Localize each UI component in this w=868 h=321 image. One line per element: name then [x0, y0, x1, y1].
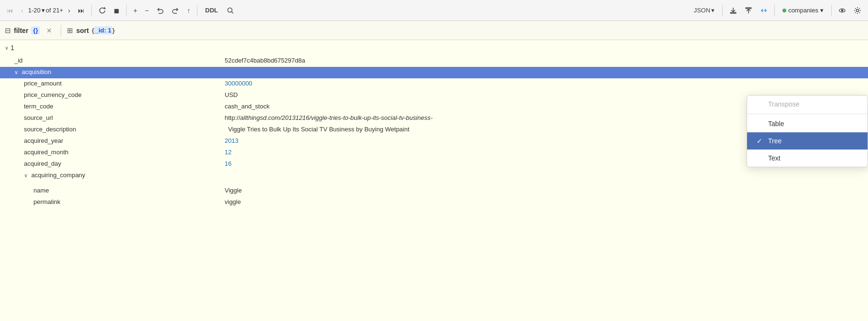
field-row-acquiring-company[interactable]: ∨ acquiring_company — [0, 170, 868, 182]
svg-point-6 — [857, 9, 859, 11]
field-row-source-desc[interactable]: source_description Viggle Tries to Bulk … — [0, 124, 868, 136]
doc-number: 1 — [11, 44, 14, 52]
field-val-acquisition — [220, 71, 868, 74]
field-key-acq-day: acquired_day — [0, 159, 220, 169]
field-val-price-amount: 30000000 — [220, 78, 868, 88]
field-key-currency: price_currency_code — [0, 90, 220, 100]
field-row-currency[interactable]: price_currency_code USD — [0, 90, 868, 101]
nav-next-button[interactable]: › — [65, 5, 73, 16]
field-row-term-code[interactable]: term_code cash_and_stock — [0, 101, 868, 113]
field-val-name: Viggle — [220, 185, 868, 195]
tree-check: ✓ — [757, 137, 764, 145]
filter-section: ⊟ filter {} — [5, 26, 40, 35]
collection-name: companies — [788, 7, 818, 14]
separator-3 — [197, 5, 197, 16]
filter-value[interactable]: {} — [31, 26, 40, 34]
collection-button[interactable]: companies ▾ — [779, 5, 827, 16]
field-key-name: name — [0, 185, 220, 195]
main-area: ∨ 1 _id 52cdef7c4bab8bd675297d8a ∨ acqui… — [0, 40, 868, 321]
tree-content: ∨ 1 _id 52cdef7c4bab8bd675297d8a ∨ acqui… — [0, 40, 868, 321]
sort-brace-close: } — [112, 27, 115, 34]
filter-label: filter — [14, 27, 28, 34]
connect-button[interactable] — [757, 5, 770, 16]
field-val-acquiring-company — [220, 174, 868, 177]
field-row-acq-month[interactable]: acquired_month 12 — [0, 147, 868, 159]
filter-separator — [61, 25, 61, 36]
page-of-label: of 21+ — [46, 7, 64, 14]
json-dropdown-button[interactable]: JSON ▾ — [690, 5, 718, 16]
field-row-acq-day[interactable]: acquired_day 16 — [0, 159, 868, 170]
sort-key-value: _id: 1 — [94, 26, 112, 34]
text-label: Text — [768, 154, 781, 162]
svg-rect-3 — [746, 8, 751, 9]
collection-status-dot — [782, 9, 786, 12]
field-row-price-amount[interactable]: price_amount 30000000 — [0, 78, 868, 90]
field-key-price-amount: price_amount — [0, 78, 220, 88]
page-range: 1-20 ▾ of 21+ — [28, 7, 64, 14]
field-key-term-code: term_code — [0, 101, 220, 111]
field-key-permalink: permalink — [0, 197, 220, 207]
promote-button[interactable]: ↑ — [184, 5, 193, 16]
filter-close-button[interactable]: ✕ — [43, 26, 55, 35]
svg-rect-2 — [730, 12, 736, 13]
page-range-arrow: ▾ — [42, 7, 45, 14]
toolbar: ⏮ ‹ 1-20 ▾ of 21+ › ⏭ ◼ + − ↑ DDL — [0, 0, 868, 21]
tree-label: Tree — [768, 137, 781, 145]
settings-button[interactable] — [851, 5, 864, 16]
search-button[interactable] — [224, 5, 237, 16]
sort-icon: ⊞ — [67, 26, 73, 35]
nav-first-button[interactable]: ⏮ — [4, 5, 16, 16]
acquisition-chevron: ∨ — [14, 69, 18, 75]
field-row-acquisition[interactable]: ∨ acquisition — [0, 67, 868, 78]
field-key-source-desc: source_description — [0, 124, 220, 134]
import-button[interactable] — [742, 5, 755, 16]
filter-funnel-icon: ⊟ — [5, 26, 11, 35]
dropdown-item-transpose[interactable]: Transpose — [747, 96, 868, 113]
remove-button[interactable]: − — [142, 5, 152, 16]
collection-arrow: ▾ — [820, 7, 824, 14]
field-row-acq-year[interactable]: acquired_year 2013 — [0, 136, 868, 147]
field-key-id: _id — [0, 55, 220, 65]
separator-5 — [774, 5, 775, 16]
view-dropdown-menu: Transpose Table ✓ Tree Text — [747, 95, 868, 167]
svg-line-1 — [231, 11, 233, 13]
dropdown-item-text[interactable]: Text — [747, 150, 868, 167]
redo-button[interactable] — [169, 5, 182, 16]
separator-1 — [91, 5, 92, 16]
sort-label: sort — [76, 27, 88, 34]
dropdown-item-tree[interactable]: ✓ Tree — [747, 132, 868, 150]
sort-value[interactable]: {_id: 1} — [92, 27, 115, 34]
dropdown-divider-1 — [747, 114, 868, 114]
field-row-permalink[interactable]: permalink viggle — [0, 197, 868, 208]
json-label: JSON — [694, 7, 710, 14]
separator-6 — [831, 5, 832, 16]
table-label: Table — [768, 120, 784, 128]
export-button[interactable] — [727, 5, 740, 16]
page-range-value: 1-20 — [28, 7, 41, 14]
svg-point-5 — [842, 10, 843, 11]
url-path: allthingsd.com/20131216/viggle-tries-to-… — [240, 114, 433, 121]
field-val-id: 52cdef7c4bab8bd675297d8a — [220, 55, 868, 65]
nav-prev-button[interactable]: ‹ — [18, 5, 26, 16]
doc-chevron: ∨ — [5, 45, 9, 51]
field-key-source-url: source_url — [0, 113, 220, 123]
dropdown-item-table[interactable]: Table — [747, 115, 868, 132]
separator-2 — [126, 5, 127, 16]
field-key-acq-year: acquired_year — [0, 136, 220, 146]
nav-last-button[interactable]: ⏭ — [75, 5, 87, 16]
ddl-button[interactable]: DDL — [201, 5, 222, 16]
field-key-acq-month: acquired_month — [0, 147, 220, 157]
stop-button[interactable]: ◼ — [111, 5, 122, 16]
sort-section: ⊞ sort {_id: 1} — [67, 26, 115, 35]
field-val-permalink: viggle — [220, 197, 868, 207]
field-row-id[interactable]: _id 52cdef7c4bab8bd675297d8a — [0, 55, 868, 67]
add-button[interactable]: + — [130, 5, 140, 16]
field-row-source-url[interactable]: source_url http://allthingsd.com/2013121… — [0, 113, 868, 124]
undo-button[interactable] — [153, 5, 167, 16]
field-row-name[interactable]: name Viggle — [0, 185, 868, 197]
separator-4 — [722, 5, 723, 16]
field-row-spacer — [0, 182, 868, 185]
transpose-label: Transpose — [768, 100, 800, 108]
refresh-button[interactable] — [96, 5, 109, 16]
view-button[interactable] — [835, 5, 849, 16]
